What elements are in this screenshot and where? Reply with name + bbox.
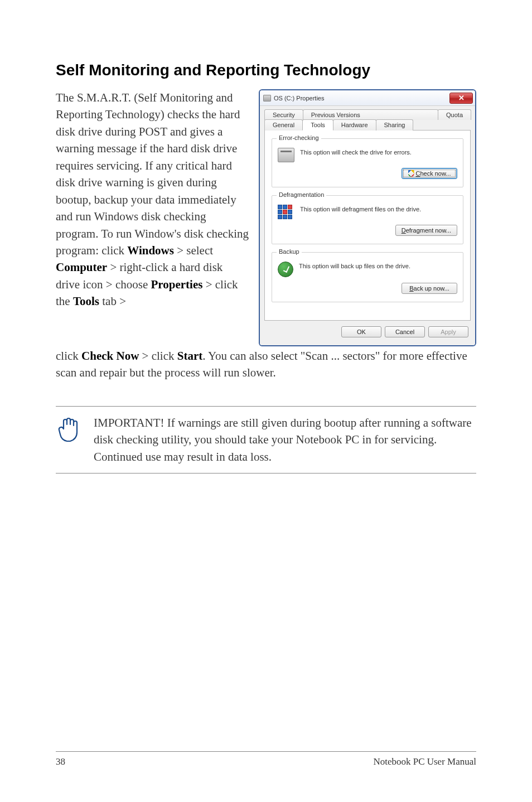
cont-text: click xyxy=(56,349,81,363)
bold-computer: Computer xyxy=(56,260,107,274)
tab-general[interactable]: General xyxy=(264,119,303,131)
cancel-button[interactable]: Cancel xyxy=(385,326,425,337)
backup-text: This option will back up files on the dr… xyxy=(299,262,457,269)
important-note: IMPORTANT! If warnings are still given d… xyxy=(56,406,476,474)
backup-row: This option will back up files on the dr… xyxy=(278,258,457,277)
cont-text: > click xyxy=(139,349,177,363)
close-button[interactable]: ✕ xyxy=(449,93,473,104)
bold-windows: Windows xyxy=(127,244,174,257)
tab-content: Error-checking This option will check th… xyxy=(264,130,471,321)
backup-now-button[interactable]: Back up now... xyxy=(402,283,457,294)
defragmentation-group: Defragmentation This option will defragm… xyxy=(272,195,463,244)
tab-security[interactable]: Security xyxy=(264,109,303,120)
backup-group: Backup This option will back up files on… xyxy=(272,252,463,302)
tab-sharing[interactable]: Sharing xyxy=(376,119,414,131)
error-legend: Error-checking xyxy=(277,134,321,141)
continuation-text: click Check Now > click Start. You can a… xyxy=(56,347,476,381)
defragment-now-button[interactable]: Defragment now... xyxy=(395,225,457,236)
defrag-btn-rest: efragment now... xyxy=(406,227,451,234)
properties-dialog: OS (C:) Properties ✕ Security Previous V… xyxy=(259,89,476,346)
error-checking-group: Error-checking This option will check th… xyxy=(272,138,463,187)
dialog-footer: OK Cancel Apply xyxy=(264,321,471,340)
disk-check-icon xyxy=(278,148,294,162)
defrag-icon xyxy=(278,205,294,219)
para-text: > select xyxy=(174,244,213,257)
tab-hardware[interactable]: Hardware xyxy=(333,119,376,131)
bold-properties: Properties xyxy=(151,278,202,291)
defrag-btn-underline: D xyxy=(402,227,406,234)
tabs-row-2: General Tools Hardware Sharing xyxy=(264,119,471,131)
backup-btn-rest: ack up now... xyxy=(414,285,449,292)
note-text: IMPORTANT! If warnings are still given d… xyxy=(94,414,476,465)
backup-icon xyxy=(278,262,293,277)
defrag-legend: Defragmentation xyxy=(277,191,326,198)
content-wrap: The S.M.A.R.T. (Self Monitoring and Repo… xyxy=(56,89,476,346)
body-paragraph: The S.M.A.R.T. (Self Monitoring and Repo… xyxy=(56,89,249,310)
hand-icon xyxy=(56,414,80,447)
dialog-title: OS (C:) Properties xyxy=(274,95,324,102)
backup-btn-underline: B xyxy=(409,285,413,292)
tab-quota[interactable]: Quota xyxy=(438,109,471,120)
dialog-titlebar: OS (C:) Properties ✕ xyxy=(260,90,475,106)
error-button-row: Check now... xyxy=(278,168,457,179)
defrag-text: This option will defragment files on the… xyxy=(300,205,457,212)
backup-legend: Backup xyxy=(277,248,302,255)
error-text: This option will check the drive for err… xyxy=(300,148,457,156)
tab-tools[interactable]: Tools xyxy=(302,119,333,131)
bold-start: Start xyxy=(177,349,203,363)
error-row: This option will check the drive for err… xyxy=(278,144,457,162)
shield-icon xyxy=(408,170,414,177)
dialog-body: Security Previous Versions Quota General… xyxy=(260,106,475,345)
tab-previous-versions[interactable]: Previous Versions xyxy=(303,109,438,120)
check-now-button[interactable]: Check now... xyxy=(402,168,457,179)
footer-label: Notebook PC User Manual xyxy=(373,756,476,767)
bold-tools: Tools xyxy=(73,294,99,308)
page-number: 38 xyxy=(56,756,65,767)
apply-button[interactable]: Apply xyxy=(428,326,468,337)
defrag-button-row: Defragment now... xyxy=(278,225,457,236)
drive-icon xyxy=(263,95,271,102)
title-left: OS (C:) Properties xyxy=(263,95,324,102)
defrag-row: This option will defragment files on the… xyxy=(278,201,457,219)
defrag-icon-grid xyxy=(278,205,292,219)
page-footer: 38 Notebook PC User Manual xyxy=(56,751,476,767)
tabs-row-1: Security Previous Versions Quota xyxy=(264,109,471,120)
backup-button-row: Back up now... xyxy=(278,283,457,294)
check-btn-rest: heck now... xyxy=(420,170,451,177)
para-text: The S.M.A.R.T. (Self Monitoring and Repo… xyxy=(56,91,249,257)
bold-check-now: Check Now xyxy=(81,349,139,363)
ok-button[interactable]: OK xyxy=(341,326,381,337)
para-text: tab > xyxy=(99,294,126,308)
section-heading: Self Monitoring and Reporting Technology xyxy=(56,61,476,79)
